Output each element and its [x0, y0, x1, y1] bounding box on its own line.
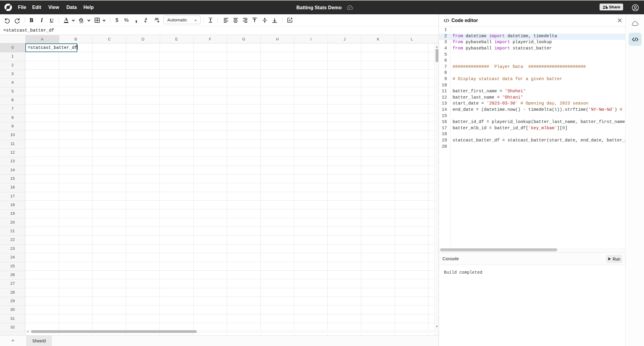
svg-text:.0: .0 [144, 17, 147, 21]
svg-text:.00: .00 [154, 17, 159, 21]
